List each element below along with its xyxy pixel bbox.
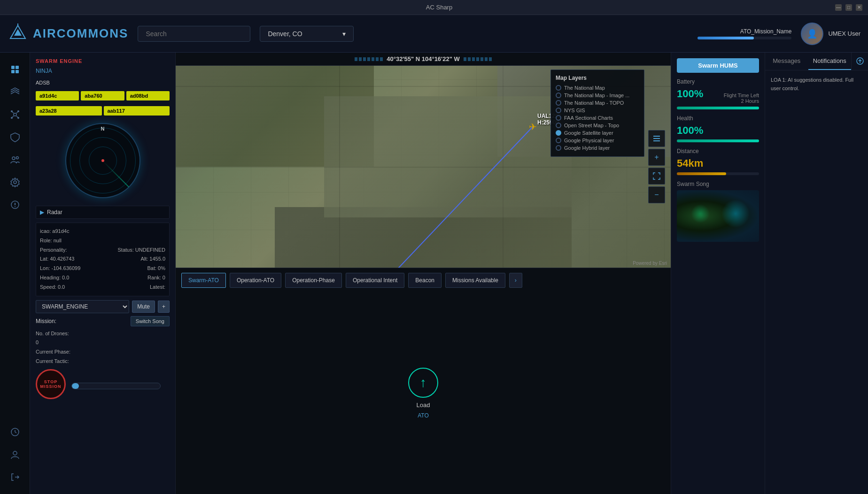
avatar: 👤 — [801, 23, 823, 45]
map-container[interactable]: ✈ UAL1293 H:25900 Map Layers The Nationa… — [176, 66, 671, 268]
layer-osm-topo[interactable]: Open Street Map - Topo — [556, 122, 639, 129]
distance-bar-fill — [677, 172, 726, 175]
mission-info: ATO_Mission_Name — [698, 28, 791, 39]
mission-progress-bar — [698, 37, 791, 39]
latest-info: Latest: — [150, 283, 165, 292]
nav-settings-icon[interactable] — [6, 173, 24, 192]
nav-home-icon[interactable] — [6, 60, 24, 79]
layer-national-map[interactable]: The National Map — [556, 84, 639, 92]
adsb-item-2[interactable]: ad08bd — [126, 91, 170, 100]
swarm-song-visualization — [677, 190, 759, 242]
map-controls: + − — [648, 130, 665, 203]
toolbar-beacon[interactable]: Beacon — [408, 273, 442, 288]
swarm-hums-button[interactable]: Swarm HUMS — [677, 58, 759, 73]
lon-info: Lon: -104.636099 — [40, 264, 80, 273]
tab-notifications[interactable]: Notifications — [808, 53, 852, 70]
nav-shield-icon[interactable] — [6, 128, 24, 147]
nav-drone-icon[interactable] — [6, 105, 24, 124]
window-controls[interactable]: — □ ✕ — [835, 4, 862, 11]
distance-label: Distance — [677, 148, 759, 154]
progress-bar — [71, 383, 161, 389]
svg-point-21 — [15, 206, 16, 207]
radar-expand-icon: ▶ — [40, 209, 44, 216]
toolbar-swarm-ato[interactable]: Swarm-ATO — [181, 273, 226, 288]
toolbar-operation-phase[interactable]: Operation-Phase — [285, 273, 342, 288]
mission-name: ATO_Mission_Name — [740, 28, 792, 35]
dropdown-arrow-icon: ▾ — [342, 30, 346, 38]
layer-faa[interactable]: FAA Sectional Charts — [556, 114, 639, 122]
radar-section[interactable]: ▶ Radar — [36, 206, 170, 219]
distance-section: Distance 54km — [677, 148, 759, 175]
nav-user-icon[interactable] — [6, 445, 24, 464]
layer-national-topo[interactable]: The National Map - TOPO — [556, 99, 639, 107]
engine-dropdown[interactable]: SWARM_ENGINE — [36, 300, 129, 313]
layer-nys-gis[interactable]: NYS GIS — [556, 107, 639, 114]
svg-rect-28 — [653, 136, 660, 137]
nav-users-icon[interactable] — [6, 150, 24, 169]
layer-radio-6[interactable] — [556, 130, 561, 136]
msg-export-icon[interactable] — [851, 53, 868, 69]
layer-google-satellite[interactable]: Google Satellite layer — [556, 129, 639, 137]
adsb-row2: a23a28 aab117 — [36, 106, 170, 116]
layer-radio-1[interactable] — [556, 93, 561, 98]
current-phase-label: Current Phase: — [36, 347, 170, 357]
distance-value: 54km — [677, 157, 759, 170]
close-button[interactable]: ✕ — [856, 4, 862, 11]
message-text: LOA 1: AI suggestions disabled. Full use… — [771, 76, 862, 93]
layer-google-hybrid[interactable]: Google Hybrid layer — [556, 144, 639, 152]
battery-section: Battery 100% Flight Time Left 2 Hours — [677, 78, 759, 109]
mute-button[interactable]: Mute — [132, 301, 155, 313]
svg-point-7 — [14, 113, 16, 116]
layer-google-physical[interactable]: Google Physical layer — [556, 137, 639, 144]
adsb-item-1[interactable]: aba760 — [81, 91, 124, 100]
toolbar-operational-intent[interactable]: Operational Intent — [346, 273, 404, 288]
nav-clock-icon[interactable] — [6, 423, 24, 441]
nav-alert-icon[interactable] — [6, 195, 24, 214]
layer-radio-7[interactable] — [556, 138, 561, 143]
swarm-song-section: Swarm Song — [677, 181, 759, 242]
location-dropdown[interactable]: Denver, CO ▾ — [260, 26, 354, 42]
toolbar-operation-ato[interactable]: Operation-ATO — [230, 273, 281, 288]
load-upload-button[interactable]: ↑ — [408, 368, 438, 398]
svg-point-14 — [11, 117, 13, 119]
layer-radio-4[interactable] — [556, 115, 561, 121]
layer-radio-2[interactable] — [556, 100, 561, 106]
map-expand-button[interactable] — [648, 168, 665, 185]
toolbar-missions-available[interactable]: Missions Available — [445, 273, 505, 288]
status-info: Status: UNDEFINED — [118, 246, 165, 255]
map-zoom-in-button[interactable]: + — [648, 149, 665, 166]
mission-label: Mission: — [36, 318, 56, 324]
load-label: Load — [417, 401, 430, 409]
adsb-item-3[interactable]: a23a28 — [36, 106, 102, 116]
layer-radio-3[interactable] — [556, 108, 561, 113]
map-zoom-out-button[interactable]: − — [648, 186, 665, 203]
adsb-item-0[interactable]: a91d4c — [36, 91, 79, 100]
swarm-song-glow-2 — [691, 204, 710, 223]
layer-national-image[interactable]: The National Map - Image ... — [556, 92, 639, 99]
battery-label: Battery — [677, 78, 759, 85]
nav-layers-icon[interactable] — [6, 83, 24, 101]
map-patch-4 — [324, 96, 572, 217]
engine-controls: SWARM_ENGINE Mute + Mission: Switch Song… — [36, 300, 170, 399]
nav-logout-icon[interactable] — [6, 468, 24, 486]
rank-info: Rank: 0 — [147, 273, 165, 283]
minimize-button[interactable]: — — [835, 4, 842, 11]
left-nav — [0, 53, 30, 494]
adsb-item-4[interactable]: aab117 — [104, 106, 170, 116]
battery-value: 100% — [677, 88, 703, 100]
add-button[interactable]: + — [158, 301, 170, 313]
layer-radio-0[interactable] — [556, 85, 561, 91]
tab-messages[interactable]: Messages — [765, 53, 808, 70]
maximize-button[interactable]: □ — [845, 4, 852, 11]
layer-radio-8[interactable] — [556, 145, 561, 151]
map-layers-panel: Map Layers The National Map The National… — [550, 69, 644, 157]
layer-radio-5[interactable] — [556, 123, 561, 128]
swarm-engine-label: SWARM ENGINE — [36, 58, 170, 64]
search-input[interactable] — [138, 26, 250, 42]
toolbar-next-arrow[interactable]: › — [509, 273, 522, 288]
stop-mission-button[interactable]: STOP MISSION — [36, 369, 66, 399]
switch-song-button[interactable]: Switch Song — [131, 316, 170, 326]
swarm-song-glow-1 — [721, 200, 750, 228]
radar-label: Radar — [47, 209, 62, 216]
map-layers-button[interactable] — [648, 130, 665, 147]
